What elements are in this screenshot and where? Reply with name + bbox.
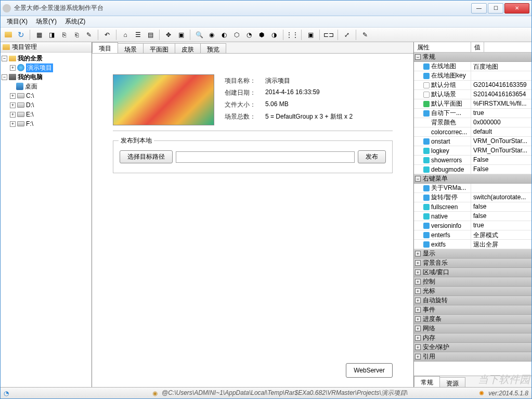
tree-my-pano[interactable]: − 我的全景	[2, 54, 90, 63]
tab-floorplan[interactable]: 平面图	[143, 43, 175, 53]
prop-group[interactable]: −常规	[414, 53, 531, 62]
tree-drive-c[interactable]: + C:\	[2, 91, 90, 100]
tab-project[interactable]: 项目	[92, 42, 118, 53]
collapse-icon[interactable]: −	[415, 54, 421, 60]
expand-icon[interactable]: +	[10, 93, 16, 99]
prop-group[interactable]: +光标	[414, 287, 531, 296]
tree-drive-f[interactable]: + F:\	[2, 119, 90, 128]
close-button[interactable]: ✕	[504, 3, 529, 14]
prop-group[interactable]: +进度条	[414, 315, 531, 324]
prop-row[interactable]: 默认分组G20140416163359	[414, 81, 531, 90]
path-input[interactable]	[176, 151, 355, 163]
tb-folder-icon[interactable]	[3, 29, 14, 41]
expand-icon[interactable]: +	[415, 260, 421, 266]
prop-row[interactable]: exitfs退出全屏	[414, 240, 531, 249]
prop-group[interactable]: +背景音乐	[414, 259, 531, 268]
tree-drive-e[interactable]: + E:\	[2, 110, 90, 119]
expand-icon[interactable]: +	[10, 65, 16, 71]
tb-icon[interactable]: ⎘	[58, 29, 70, 41]
expand-icon[interactable]: +	[415, 298, 421, 303]
tb-undo-icon[interactable]: ↶	[101, 29, 113, 41]
prop-group[interactable]: +自动旋转	[414, 296, 531, 305]
tb-icon[interactable]: ⊏⊐	[323, 29, 334, 41]
prop-group[interactable]: −右键菜单	[414, 174, 531, 184]
tb-icon[interactable]: ◔	[243, 29, 255, 41]
tab-preview[interactable]: 预览	[200, 43, 226, 53]
right-tab-common[interactable]: 常规	[414, 376, 440, 387]
prop-row[interactable]: 默认场景S20140416163654	[414, 90, 531, 99]
prop-row[interactable]: 旋转/暂停switch(autorotate...	[414, 193, 531, 202]
expand-icon[interactable]: +	[415, 344, 421, 350]
tb-move-icon[interactable]: ✥	[163, 29, 174, 41]
tb-icon[interactable]: ⎗	[71, 29, 82, 41]
expand-icon[interactable]: +	[415, 288, 421, 294]
webserver-button[interactable]: WebServer	[346, 363, 393, 378]
tb-refresh-icon[interactable]: ↻	[15, 29, 27, 41]
expand-icon[interactable]: +	[415, 316, 421, 322]
tb-list-icon[interactable]: ☰	[132, 29, 144, 41]
tb-icon[interactable]: ✎	[83, 29, 95, 41]
expand-icon[interactable]: +	[415, 251, 421, 256]
expand-icon[interactable]: +	[415, 335, 421, 341]
tb-icon[interactable]: ▤	[145, 29, 156, 41]
prop-row[interactable]: debugmodeFalse	[414, 165, 531, 174]
tb-icon[interactable]: ▣	[305, 29, 316, 41]
menu-scene[interactable]: 场景(Y)	[32, 16, 61, 27]
prop-group[interactable]: +区域/窗口	[414, 268, 531, 277]
expand-icon[interactable]: +	[415, 279, 421, 285]
tb-icon[interactable]: ⬢	[256, 29, 267, 41]
collapse-icon[interactable]: −	[2, 74, 7, 80]
choose-path-button[interactable]: 选择目标路径	[120, 150, 173, 163]
tree-demo-project[interactable]: + 演示项目	[2, 63, 90, 72]
prop-group[interactable]: +控制	[414, 277, 531, 287]
tab-scene[interactable]: 场景	[118, 43, 144, 53]
prop-row[interactable]: 默认平面图%FIRSTXML%/fil...	[414, 99, 531, 109]
prop-group[interactable]: +事件	[414, 305, 531, 315]
tb-home-icon[interactable]: ⌂	[120, 29, 131, 41]
tree-desktop[interactable]: 桌面	[2, 82, 90, 91]
expand-icon[interactable]: +	[10, 112, 16, 118]
expand-icon[interactable]: +	[415, 269, 421, 275]
prop-row[interactable]: nativefalse	[414, 212, 531, 221]
prop-row[interactable]: 背景颜色0x000000	[414, 118, 531, 127]
maximize-button[interactable]: ☐	[488, 3, 503, 14]
prop-row[interactable]: logkeyVRM_OnTourStar...	[414, 146, 531, 156]
expand-icon[interactable]: +	[10, 102, 16, 108]
menu-project[interactable]: 项目(X)	[3, 16, 32, 27]
prop-group[interactable]: +显示	[414, 249, 531, 259]
tree-drive-d[interactable]: + D:\	[2, 100, 90, 110]
tree-my-pc[interactable]: − 我的电脑	[2, 72, 90, 82]
tb-search-icon[interactable]: 🔍	[193, 29, 205, 41]
prop-group[interactable]: +内存	[414, 333, 531, 343]
tb-edit-icon[interactable]: ✎	[359, 29, 371, 41]
tab-skin[interactable]: 皮肤	[175, 43, 201, 53]
tb-icon[interactable]: ◐	[218, 29, 230, 41]
prop-group[interactable]: +引用	[414, 352, 531, 362]
collapse-icon[interactable]: −	[2, 56, 7, 61]
tb-icon[interactable]: ◨	[46, 29, 57, 41]
tb-icon[interactable]: ⤢	[341, 29, 353, 41]
publish-button[interactable]: 发布	[358, 150, 386, 163]
prop-row[interactable]: versioninfotrue	[414, 221, 531, 230]
tb-icon[interactable]: ⋮⋮	[287, 29, 298, 41]
expand-icon[interactable]: +	[10, 121, 16, 127]
tb-icon[interactable]: ⬡	[231, 29, 242, 41]
prop-group[interactable]: +安全/保护	[414, 343, 531, 352]
tb-icon[interactable]: ◑	[268, 29, 280, 41]
prop-row[interactable]: colorcorrec...default	[414, 127, 531, 137]
prop-row[interactable]: 关于VRMa...	[414, 184, 531, 193]
right-tab-resource[interactable]: 资源	[439, 377, 465, 387]
tb-icon[interactable]: ◉	[206, 29, 217, 41]
prop-group[interactable]: +网络	[414, 324, 531, 333]
tb-icon[interactable]: ▦	[33, 29, 45, 41]
prop-row[interactable]: 在线地图key	[414, 71, 531, 81]
prop-row[interactable]: 在线地图百度地图	[414, 62, 531, 71]
prop-row[interactable]: showerrorsFalse	[414, 156, 531, 165]
expand-icon[interactable]: +	[415, 326, 421, 331]
expand-icon[interactable]: +	[415, 307, 421, 313]
tb-icon[interactable]: ▣	[175, 29, 187, 41]
prop-row[interactable]: 自动下一...true	[414, 109, 531, 118]
minimize-button[interactable]: —	[471, 3, 487, 14]
prop-row[interactable]: onstartVRM_OnTourStar...	[414, 137, 531, 146]
collapse-icon[interactable]: −	[415, 176, 421, 182]
